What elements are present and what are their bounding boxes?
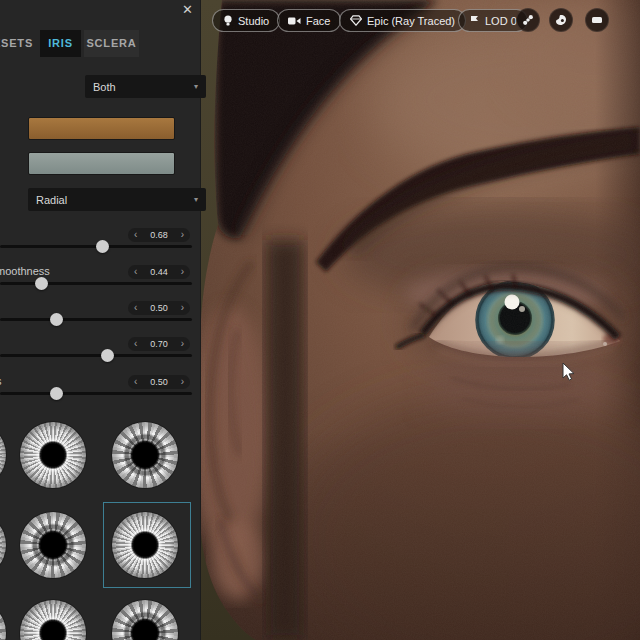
chevron-right-icon[interactable]: › — [181, 338, 184, 350]
quality-label: Epic (Ray Traced) — [367, 15, 455, 27]
gem-icon — [350, 15, 362, 26]
lod-icon — [469, 15, 480, 26]
value-stepper[interactable]: ‹ 0.68 › — [128, 228, 190, 242]
iris-texture-9[interactable] — [112, 600, 178, 640]
face-render — [200, 0, 640, 640]
camera-face-button[interactable]: Face — [277, 9, 341, 32]
blend-tool-icon — [555, 14, 567, 26]
slider-handle[interactable] — [50, 387, 63, 400]
chevron-left-icon[interactable]: ‹ — [134, 376, 137, 388]
value-stepper[interactable]: ‹ 0.50 › — [128, 375, 190, 389]
close-icon[interactable]: ✕ — [182, 3, 193, 17]
quality-epic-button[interactable]: Epic (Ray Traced) — [339, 9, 466, 32]
value-stepper[interactable]: ‹ 0.70 › — [128, 337, 190, 351]
iris-pattern-value: Radial — [36, 194, 67, 206]
face-label: Face — [306, 15, 330, 27]
iris-texture-3[interactable] — [112, 422, 178, 488]
tab-sclera[interactable]: SCLERA — [84, 30, 139, 57]
slider-value: 0.44 — [150, 267, 168, 277]
slider-row: ‹ 0.68 › — [0, 228, 200, 256]
viewport-3d[interactable] — [200, 0, 640, 640]
iris-texture-5[interactable] — [20, 512, 86, 578]
chevron-left-icon[interactable]: ‹ — [134, 338, 137, 350]
slider-label: moothness — [0, 265, 50, 277]
slider-row: ‹ 0.70 › — [0, 337, 200, 365]
slider-handle[interactable] — [101, 349, 114, 362]
chevron-left-icon[interactable]: ‹ — [134, 266, 137, 278]
iris-texture-7[interactable] — [0, 600, 6, 640]
slider-row: moothness ‹ 0.44 › — [0, 265, 200, 293]
camera-icon — [288, 16, 301, 26]
slider-handle[interactable] — [50, 313, 63, 326]
chevron-down-icon: ▾ — [194, 82, 198, 91]
chevron-left-icon[interactable]: ‹ — [134, 229, 137, 241]
tab-iris[interactable]: IRIS — [40, 30, 81, 57]
selection-outline — [103, 502, 191, 588]
bone-tool-icon — [522, 14, 534, 26]
blend-tool-button[interactable] — [549, 8, 573, 32]
chevron-right-icon[interactable]: › — [181, 266, 184, 278]
lod-label: LOD 0 — [485, 15, 517, 27]
slider-value: 0.70 — [150, 339, 168, 349]
slider-track[interactable] — [0, 282, 192, 285]
bone-tool-button[interactable] — [516, 8, 540, 32]
iris-texture-4[interactable] — [0, 512, 6, 578]
value-stepper[interactable]: ‹ 0.44 › — [128, 265, 190, 279]
slider-handle[interactable] — [35, 277, 48, 290]
slider-row: ‹ 0.50 › — [0, 301, 200, 329]
slider-track[interactable] — [0, 354, 192, 357]
eye-target-dropdown[interactable]: Both ▾ — [85, 75, 206, 98]
panel-tabs: ESETS IRIS SCLERA — [0, 30, 200, 57]
iris-texture-1[interactable] — [0, 422, 6, 488]
value-stepper[interactable]: ‹ 0.50 › — [128, 301, 190, 315]
slider-value: 0.50 — [150, 377, 168, 387]
tab-presets[interactable]: ESETS — [0, 30, 36, 57]
slider-track[interactable] — [0, 318, 192, 321]
eye-target-value: Both — [93, 81, 116, 93]
iris-color-swatch[interactable] — [28, 117, 175, 140]
iris-secondary-color-swatch[interactable] — [28, 152, 175, 175]
slider-row: s ‹ 0.50 › — [0, 375, 200, 403]
app-window: Studio Face Epic (Ray Traced) LOD 0 — [0, 0, 640, 640]
chevron-right-icon[interactable]: › — [181, 376, 184, 388]
chevron-left-icon[interactable]: ‹ — [134, 302, 137, 314]
chevron-right-icon[interactable]: › — [181, 229, 184, 241]
slider-value: 0.68 — [150, 230, 168, 240]
chevron-down-icon: ▾ — [194, 195, 198, 204]
studio-label: Studio — [238, 15, 269, 27]
slider-value: 0.50 — [150, 303, 168, 313]
slider-handle[interactable] — [96, 240, 109, 253]
frame-tool-icon — [591, 15, 603, 25]
iris-texture-8[interactable] — [20, 600, 86, 640]
chevron-right-icon[interactable]: › — [181, 302, 184, 314]
frame-tool-button[interactable] — [585, 8, 609, 32]
iris-pattern-dropdown[interactable]: Radial ▾ — [28, 188, 206, 211]
iris-texture-2[interactable] — [20, 422, 86, 488]
slider-label: s — [0, 375, 2, 387]
studio-environment-button[interactable]: Studio — [212, 9, 280, 32]
slider-track[interactable] — [0, 392, 192, 395]
eyes-edit-panel: ✕ ESETS IRIS SCLERA Both ▾ Radial ▾ ‹ 0.… — [0, 0, 201, 640]
lightbulb-icon — [223, 15, 233, 27]
